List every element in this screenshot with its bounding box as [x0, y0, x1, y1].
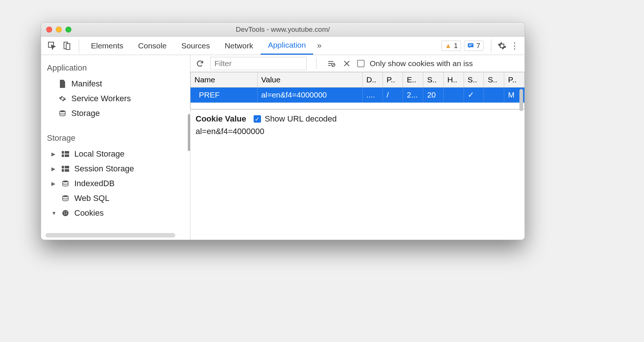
clear-all-icon[interactable]	[326, 58, 336, 69]
cookie-icon	[61, 209, 70, 217]
col-expires[interactable]: E..	[403, 72, 423, 88]
more-menu-icon[interactable]: ⋮	[508, 40, 521, 52]
tabs-overflow-icon[interactable]: »	[313, 41, 325, 51]
svg-point-14	[63, 195, 68, 197]
sidebar-item-indexeddb[interactable]: ▶ IndexedDB	[41, 176, 190, 191]
cell-value: al=en&f4=4000000	[257, 88, 363, 103]
cookies-toolbar: Only show cookies with an iss	[190, 55, 525, 72]
document-icon	[58, 80, 67, 88]
sidebar-item-label: IndexedDB	[74, 179, 115, 188]
svg-rect-3	[468, 43, 474, 47]
svg-point-19	[66, 213, 67, 214]
sidebar-resize-handle[interactable]	[188, 114, 190, 151]
collapse-arrow-icon[interactable]: ▼	[51, 210, 57, 216]
col-domain[interactable]: D..	[363, 72, 383, 88]
sidebar-item-session-storage[interactable]: ▶ Session Storage	[41, 161, 190, 176]
cell-size: 20	[423, 88, 444, 103]
sidebar-item-local-storage[interactable]: ▶ Local Storage	[41, 147, 190, 161]
svg-rect-11	[62, 168, 69, 169]
cookie-detail: Cookie Value ✓ Show URL decoded al=en&f4…	[190, 109, 525, 141]
svg-line-24	[332, 64, 335, 66]
traffic-lights	[46, 27, 71, 33]
sidebar-item-label: Service Workers	[71, 94, 131, 103]
sidebar-section-storage: Storage	[41, 130, 190, 147]
svg-point-17	[66, 211, 67, 212]
svg-rect-5	[469, 45, 472, 46]
minimize-window-button[interactable]	[56, 27, 62, 33]
delete-icon[interactable]	[342, 58, 352, 69]
sidebar-item-web-sql[interactable]: ▶ Web SQL	[41, 191, 190, 206]
refresh-icon[interactable]	[195, 58, 205, 69]
cookie-value-label: Cookie Value	[196, 114, 246, 124]
settings-icon[interactable]	[496, 40, 508, 52]
messages-count: 7	[476, 42, 480, 50]
tab-console[interactable]: Console	[131, 37, 174, 55]
url-decoded-checkbox[interactable]: ✓	[254, 115, 261, 123]
svg-point-15	[62, 210, 69, 216]
col-name[interactable]: Name	[191, 72, 258, 88]
sidebar-item-label: Session Storage	[74, 164, 134, 174]
sidebar-item-label: Web SQL	[74, 194, 109, 203]
cell-domain: ....	[363, 88, 383, 103]
cookies-table: Name Value D.. P.. E.. S.. H.. S.. S.. P…	[190, 72, 525, 109]
cell-path: /	[383, 88, 403, 103]
separator	[491, 39, 491, 52]
sidebar-item-label: Local Storage	[74, 149, 125, 159]
warnings-badge[interactable]: ▲ 1	[441, 41, 461, 51]
col-httponly[interactable]: H..	[444, 72, 464, 88]
expand-arrow-icon[interactable]: ▶	[51, 181, 57, 187]
database-icon	[61, 180, 70, 187]
sidebar-item-cookies[interactable]: ▼ Cookies	[41, 206, 190, 220]
sidebar-item-storage[interactable]: Storage	[41, 106, 190, 121]
cookies-panel: Only show cookies with an iss Name Value…	[190, 55, 525, 240]
url-decoded-label: Show URL decoded	[265, 114, 337, 124]
svg-rect-4	[469, 44, 473, 45]
svg-rect-8	[62, 154, 69, 154]
table-icon	[61, 166, 70, 172]
only-issues-checkbox[interactable]	[357, 60, 365, 67]
col-priority[interactable]: P..	[504, 72, 525, 88]
table-icon	[61, 151, 70, 157]
devtools-window: DevTools - www.youtube.com/ Elements Con…	[41, 22, 525, 240]
svg-rect-2	[66, 44, 70, 49]
tab-network[interactable]: Network	[217, 37, 261, 55]
svg-point-13	[63, 181, 68, 182]
svg-point-18	[64, 213, 65, 215]
col-samesite[interactable]: S..	[484, 72, 504, 88]
titlebar: DevTools - www.youtube.com/	[41, 23, 525, 37]
col-path[interactable]: P..	[383, 72, 403, 88]
close-window-button[interactable]	[46, 27, 52, 33]
zoom-window-button[interactable]	[65, 27, 71, 33]
sidebar-item-manifest[interactable]: Manifest	[41, 76, 190, 91]
table-scrollbar[interactable]	[519, 89, 523, 111]
cell-httponly	[444, 88, 464, 103]
expand-arrow-icon[interactable]: ▶	[51, 166, 57, 172]
tab-application[interactable]: Application	[261, 37, 313, 55]
sidebar-item-label: Storage	[71, 109, 100, 118]
filter-input[interactable]	[210, 57, 306, 70]
svg-rect-9	[64, 151, 65, 157]
database-icon	[61, 195, 70, 202]
expand-arrow-icon[interactable]: ▶	[51, 151, 57, 157]
inspect-element-icon[interactable]	[45, 38, 60, 53]
messages-badge[interactable]: 7	[464, 41, 484, 51]
only-issues-label: Only show cookies with an iss	[370, 59, 473, 68]
col-secure[interactable]: S..	[464, 72, 484, 88]
cell-name: PREF	[191, 88, 258, 103]
tab-elements[interactable]: Elements	[84, 37, 131, 55]
device-toggle-icon[interactable]	[60, 38, 74, 53]
svg-point-16	[64, 212, 65, 213]
sidebar-scrollbar[interactable]	[45, 233, 175, 237]
tab-sources[interactable]: Sources	[174, 37, 217, 55]
cookies-table-wrap: Name Value D.. P.. E.. S.. H.. S.. S.. P…	[190, 72, 525, 109]
col-value[interactable]: Value	[257, 72, 363, 88]
table-row[interactable]: PREF al=en&f4=4000000 .... / 2... 20 ✓ M	[191, 88, 525, 103]
sidebar-item-service-workers[interactable]: Service Workers	[41, 91, 190, 106]
svg-point-6	[60, 110, 65, 112]
cell-samesite	[484, 88, 504, 103]
cell-secure: ✓	[464, 88, 484, 103]
col-size[interactable]: S..	[423, 72, 444, 88]
panel-body: Application Manifest Service Workers Sto…	[41, 55, 525, 240]
warnings-count: 1	[454, 42, 458, 50]
sidebar-item-label: Manifest	[71, 79, 102, 89]
